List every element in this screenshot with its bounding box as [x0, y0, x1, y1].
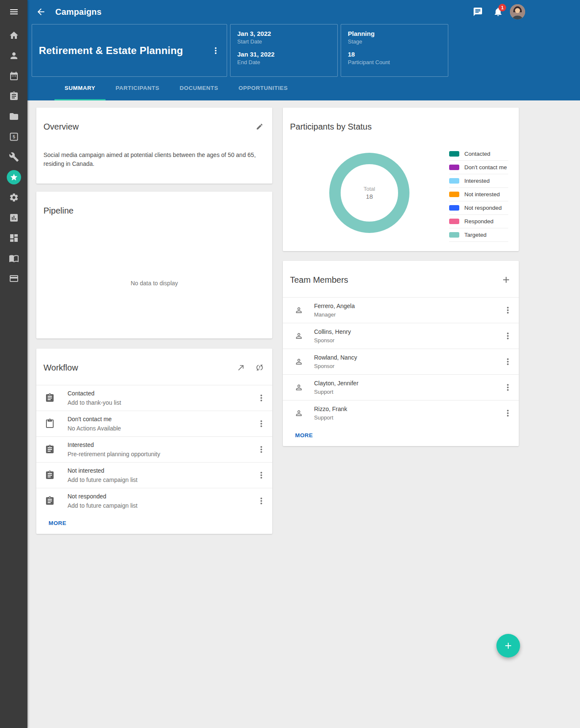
legend-item: Contacted: [449, 147, 508, 161]
workflow-card: Workflow Contacte: [36, 349, 272, 534]
chat-icon: [473, 7, 483, 17]
team-member-menu-button[interactable]: [499, 353, 516, 370]
settings-gear-icon: [9, 192, 19, 203]
workflow-item-subtitle: Pre-retirement planning opportunity: [68, 451, 253, 457]
active-item-highlight: [7, 170, 21, 184]
kebab-icon: [211, 46, 221, 56]
back-arrow-icon: [36, 7, 46, 17]
workflow-item-menu-button[interactable]: [253, 467, 270, 484]
legend-item: Don't contact me: [449, 161, 508, 174]
team-member-row: Rizzo, Frank Support: [283, 400, 519, 426]
kebab-icon: [256, 419, 266, 429]
sidebar-item-billing[interactable]: [0, 268, 27, 289]
add-fab-button[interactable]: [496, 634, 520, 658]
hero-cards: Retirement & Estate Planning Jan 3, 2022…: [32, 24, 576, 77]
chat-button[interactable]: [469, 3, 486, 20]
assignment-icon: [45, 470, 55, 480]
campaign-menu-button[interactable]: [207, 42, 224, 59]
sidebar-item-documents[interactable]: [0, 106, 27, 127]
workflow-item-subtitle: Add to future campaign list: [68, 502, 253, 509]
plus-icon: [503, 641, 513, 651]
dashboard-icon: [9, 233, 19, 243]
edit-overview-button[interactable]: [251, 118, 268, 135]
team-member-row: Clayton, Jennifer Support: [283, 374, 519, 400]
menu-icon: [9, 7, 19, 17]
sidebar-item-activities[interactable]: [0, 86, 27, 106]
pipeline-title: Pipeline: [43, 206, 73, 216]
kebab-icon: [256, 393, 266, 403]
kebab-icon: [256, 444, 266, 455]
member-name: Clayton, Jennifer: [314, 380, 499, 387]
participant-count-label: Participant Count: [348, 59, 441, 65]
member-role: Manager: [314, 311, 499, 318]
sidebar-item-calendar[interactable]: [0, 66, 27, 86]
hamburger-menu-button[interactable]: [0, 0, 27, 24]
tab-participants[interactable]: PARTICIPANTS: [106, 77, 170, 100]
workflow-more-button[interactable]: MORE: [49, 520, 66, 526]
sidebar-nav: [0, 25, 27, 289]
kebab-icon: [503, 305, 513, 315]
team-member-menu-button[interactable]: [499, 405, 516, 422]
tab-opportunities[interactable]: OPPORTUNITIES: [228, 77, 298, 100]
workflow-item-menu-button[interactable]: [253, 441, 270, 458]
member-name: Ferrero, Angela: [314, 303, 499, 309]
team-member-menu-button[interactable]: [499, 302, 516, 319]
person-icon: [295, 306, 303, 314]
team-member-row: Rowland, Nancy Sponsor: [283, 349, 519, 374]
avatar-image: [510, 4, 525, 19]
summary-content: Overview Social media campaign aimed at …: [27, 100, 580, 728]
topbar-actions: 1: [469, 3, 525, 20]
legend-item: Targeted: [449, 228, 508, 242]
team-more-button[interactable]: MORE: [295, 432, 313, 438]
workflow-item-subtitle: Add to thank-you list: [68, 399, 253, 406]
sidebar-item-campaigns[interactable]: [0, 167, 27, 187]
member-name: Collins, Henry: [314, 328, 499, 335]
topbar: Campaigns 1: [27, 0, 580, 24]
team-member-menu-button[interactable]: [499, 327, 516, 344]
back-button[interactable]: [33, 3, 49, 20]
workflow-item: Not interested Add to future campaign li…: [36, 462, 272, 488]
edit-pencil-icon: [256, 123, 263, 130]
left-column: Overview Social media campaign aimed at …: [36, 108, 272, 534]
team-member-row: Ferrero, Angela Manager: [283, 297, 519, 323]
member-role: Support: [314, 414, 499, 421]
sidebar-item-home[interactable]: [0, 25, 27, 46]
workflow-item-menu-button[interactable]: [253, 493, 270, 509]
notifications-button[interactable]: 1: [490, 3, 507, 20]
campaigns-star-icon: [10, 173, 18, 181]
open-workflow-button[interactable]: [233, 359, 249, 376]
seminars-5-icon: [9, 132, 19, 142]
person-icon: [295, 332, 303, 340]
user-avatar[interactable]: [510, 4, 525, 19]
sidebar-item-seminars[interactable]: [0, 127, 27, 147]
sync-workflow-button[interactable]: [251, 359, 268, 376]
workflow-item: Interested Pre-retirement planning oppor…: [36, 436, 272, 462]
workflow-item-subtitle: Add to future campaign list: [68, 476, 253, 483]
sidebar-item-knowledge[interactable]: [0, 248, 27, 268]
stage-value: Planning: [348, 30, 441, 37]
team-member-row: Collins, Henry Sponsor: [283, 323, 519, 349]
legend-item: Not interested: [449, 188, 508, 201]
workflow-item-menu-button[interactable]: [253, 390, 270, 406]
sidebar-item-settings[interactable]: [0, 187, 27, 208]
notification-badge: 1: [499, 4, 506, 11]
workflow-item-title: Contacted: [68, 390, 253, 397]
contacts-icon: [9, 51, 19, 61]
tab-documents[interactable]: DOCUMENTS: [170, 77, 229, 100]
sidebar-item-tools[interactable]: [0, 147, 27, 167]
workflow-item-subtitle: No Actions Available: [68, 425, 253, 432]
workflow-title: Workflow: [43, 363, 78, 373]
participant-count-value: 18: [348, 51, 441, 58]
team-members-card: Team Members Ferrero, Angela Manager: [283, 261, 519, 446]
sidebar-item-reports[interactable]: [0, 208, 27, 228]
member-name: Rowland, Nancy: [314, 354, 499, 361]
sidebar-item-contacts[interactable]: [0, 46, 27, 66]
tab-summary[interactable]: SUMMARY: [54, 77, 106, 100]
workflow-item-menu-button[interactable]: [253, 415, 270, 432]
add-team-member-button[interactable]: [498, 271, 515, 288]
pipeline-card: Pipeline No data to display: [36, 192, 272, 338]
sidebar-item-dashboard[interactable]: [0, 228, 27, 248]
dates-card: Jan 3, 2022 Start Date Jan 31, 2022 End …: [230, 24, 338, 77]
team-member-menu-button[interactable]: [499, 379, 516, 396]
legend-swatch: [449, 151, 459, 157]
